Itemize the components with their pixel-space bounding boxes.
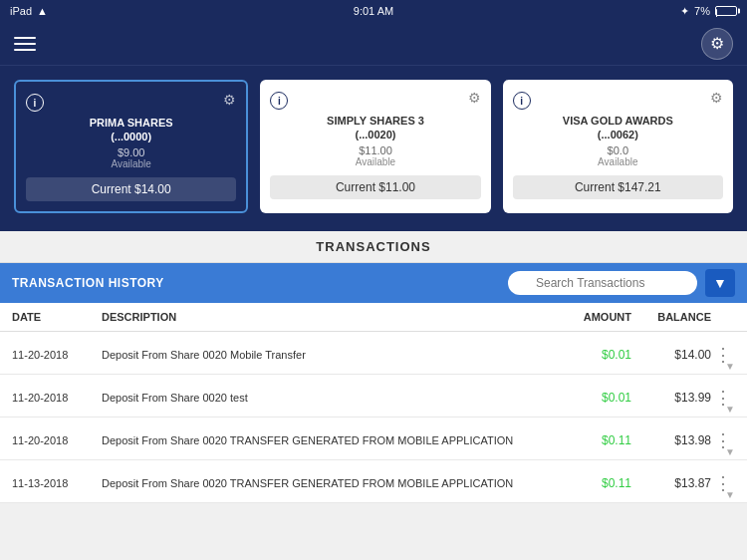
txn-expand-icon: ▼ [725, 404, 735, 415]
txn-amount: $0.01 [542, 391, 631, 405]
settings-button[interactable]: ⚙ [701, 28, 733, 60]
column-date-header: DATE [12, 311, 102, 323]
account-available-label-3: Available [513, 156, 723, 167]
txn-date: 11-13-2018 [12, 477, 102, 489]
account-card-visa[interactable]: i ⚙ VISA GOLD AWARDS (...0062) $0.0 Avai… [503, 80, 733, 213]
transaction-rows: 11-20-2018 Deposit From Share 0020 Mobil… [0, 332, 747, 503]
account-gear-icon[interactable]: ⚙ [223, 92, 236, 108]
search-wrapper [508, 271, 697, 295]
account-available-label-2: Available [270, 156, 480, 167]
account-current-bar-2: Current $11.00 [270, 175, 480, 199]
transaction-history-bar: TRANSACTION HISTORY ▼ [0, 263, 747, 303]
transactions-section: TRANSACTIONS TRANSACTION HISTORY ▼ DATE … [0, 231, 747, 503]
account-info-icon-2[interactable]: i [270, 92, 288, 110]
hamburger-line3 [14, 49, 36, 51]
top-nav: ⚙ [0, 22, 747, 66]
account-gear-icon-2[interactable]: ⚙ [468, 90, 481, 106]
txn-date: 11-20-2018 [12, 392, 102, 404]
filter-icon: ▼ [713, 275, 727, 291]
transaction-history-label: TRANSACTION HISTORY [12, 276, 164, 290]
carrier-label: iPad [10, 5, 32, 17]
status-left: iPad ▲ [10, 5, 48, 17]
txn-amount: $0.11 [542, 476, 631, 490]
txn-date: 11-20-2018 [12, 349, 102, 361]
account-name-2: SIMPLY SHARES 3 (...0020) [270, 114, 480, 142]
txn-expand-icon: ▼ [725, 361, 735, 372]
column-menu-header [711, 311, 735, 323]
account-name-3: VISA GOLD AWARDS (...0062) [513, 114, 723, 142]
table-row: 11-13-2018 Deposit From Share 0020 TRANS… [0, 460, 747, 503]
transactions-title: TRANSACTIONS [0, 231, 747, 263]
txn-balance: $13.98 [631, 433, 711, 447]
txn-date: 11-20-2018 [12, 434, 102, 446]
account-balance-3: $0.0 [513, 144, 723, 156]
status-bar: iPad ▲ 9:01 AM ✦ 7% [0, 0, 747, 22]
txn-balance: $13.99 [631, 391, 711, 405]
bluetooth-icon: ✦ [680, 5, 689, 18]
column-amount-header: AMOUNT [542, 311, 631, 323]
wifi-icon: ▲ [37, 5, 48, 17]
account-gear-icon-3[interactable]: ⚙ [710, 90, 723, 106]
account-card-simply[interactable]: i ⚙ SIMPLY SHARES 3 (...0020) $11.00 Ava… [260, 80, 490, 213]
account-info-icon-3[interactable]: i [513, 92, 531, 110]
column-description-header: DESCRIPTION [102, 311, 542, 323]
account-card-prima[interactable]: i ⚙ PRIMA SHARES (...0000) $9.00 Availab… [14, 80, 248, 213]
column-balance-header: BALANCE [631, 311, 711, 323]
table-row: 11-20-2018 Deposit From Share 0020 test … [0, 375, 747, 418]
table-row: 11-20-2018 Deposit From Share 0020 TRANS… [0, 418, 747, 460]
gear-icon: ⚙ [710, 34, 724, 53]
accounts-section: i ⚙ PRIMA SHARES (...0000) $9.00 Availab… [0, 66, 747, 231]
account-card-header-2: i ⚙ [270, 90, 480, 110]
txn-description: Deposit From Share 0020 TRANSFER GENERAT… [102, 434, 542, 446]
txn-expand-icon: ▼ [725, 489, 735, 500]
table-row: 11-20-2018 Deposit From Share 0020 Mobil… [0, 332, 747, 375]
hamburger-line2 [14, 43, 36, 45]
filter-button[interactable]: ▼ [705, 269, 735, 297]
status-time: 9:01 AM [354, 5, 393, 17]
account-card-header-3: i ⚙ [513, 90, 723, 110]
account-current-bar: Current $14.00 [26, 177, 236, 201]
menu-button[interactable] [14, 37, 36, 51]
account-balance: $9.00 [26, 146, 236, 158]
txn-description: Deposit From Share 0020 test [102, 392, 542, 404]
search-area: ▼ [508, 269, 735, 297]
search-input[interactable] [508, 271, 697, 295]
txn-balance: $13.87 [631, 476, 711, 490]
hamburger-line1 [14, 37, 36, 39]
txn-description: Deposit From Share 0020 TRANSFER GENERAT… [102, 477, 542, 489]
table-header: DATE DESCRIPTION AMOUNT BALANCE [0, 303, 747, 332]
txn-description: Deposit From Share 0020 Mobile Transfer [102, 349, 542, 361]
account-name: PRIMA SHARES (...0000) [26, 116, 236, 144]
battery-label: 7% [694, 5, 710, 17]
account-available-label: Available [26, 158, 236, 169]
txn-balance: $14.00 [631, 348, 711, 362]
account-info-icon[interactable]: i [26, 94, 44, 112]
account-card-header: i ⚙ [26, 92, 236, 112]
account-balance-2: $11.00 [270, 144, 480, 156]
txn-amount: $0.01 [542, 348, 631, 362]
txn-amount: $0.11 [542, 433, 631, 447]
battery-icon [715, 6, 737, 16]
status-right: ✦ 7% [680, 5, 737, 18]
txn-expand-icon: ▼ [725, 446, 735, 457]
account-current-bar-3: Current $147.21 [513, 175, 723, 199]
